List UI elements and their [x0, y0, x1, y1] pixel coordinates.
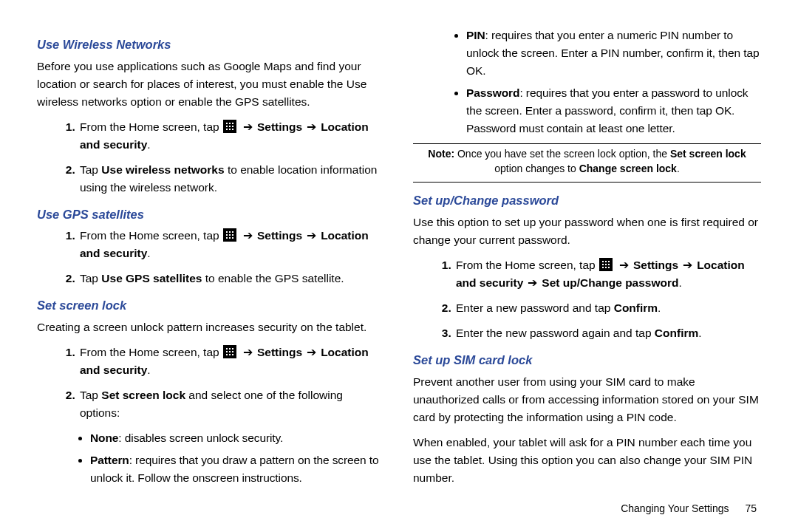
heading-use-wireless: Use Wireless Networks [37, 35, 385, 55]
divider [413, 182, 761, 183]
option-pattern: Pattern: requires that you draw a patter… [90, 451, 385, 487]
divider [413, 143, 761, 144]
page-footer: Changing Your Settings 75 [621, 501, 757, 517]
arrow-icon: ➔ [307, 118, 316, 136]
arrow-icon: ➔ [307, 227, 316, 245]
option-none: None: disables screen unlock security. [90, 429, 385, 447]
arrow-icon: ➔ [243, 344, 253, 361]
page-number: 75 [745, 502, 757, 514]
intro-set-screen-lock: Creating a screen unlock pattern increas… [37, 318, 385, 336]
apps-grid-icon [223, 345, 236, 358]
note-screen-lock: Note: Once you have set the screen lock … [413, 147, 761, 176]
right-column: PIN: requires that you enter a numeric P… [413, 27, 761, 494]
step-2: Tap Use wireless networks to enable loca… [78, 161, 385, 197]
intro-change-password: Use this option to set up your password … [413, 214, 761, 249]
arrow-icon: ➔ [243, 227, 253, 245]
steps-set-screen-lock: From the Home screen, tap ➔Settings➔Loca… [37, 344, 385, 422]
sim-lock-p1: Prevent another user from using your SIM… [413, 373, 761, 426]
left-column: Use Wireless Networks Before you use app… [37, 27, 385, 494]
step-1: From the Home screen, tap ➔Settings➔Loca… [78, 344, 385, 379]
option-pin: PIN: requires that you enter a numeric P… [466, 27, 761, 80]
step-2: Tap Use GPS satellites to enable the GPS… [78, 270, 385, 287]
step-3: Enter the new password again and tap Con… [454, 324, 761, 342]
arrow-icon: ➔ [243, 118, 253, 136]
steps-use-gps: From the Home screen, tap ➔Settings➔Loca… [37, 227, 385, 287]
option-password: Password: requires that you enter a pass… [466, 84, 761, 137]
step-2: Enter a new password and tap Confirm. [454, 299, 761, 317]
steps-use-wireless: From the Home screen, tap ➔Settings➔Loca… [37, 118, 385, 197]
heading-use-gps: Use GPS satellites [37, 205, 385, 225]
apps-grid-icon [599, 258, 613, 271]
heading-change-password: Set up/Change password [413, 191, 761, 211]
arrow-icon: ➔ [528, 274, 537, 292]
apps-grid-icon [223, 120, 236, 133]
intro-use-wireless: Before you use applications such as Goog… [37, 58, 385, 111]
heading-set-screen-lock: Set screen lock [37, 296, 385, 316]
sim-lock-p2: When enabled, your tablet will ask for a… [413, 434, 761, 487]
step-1: From the Home screen, tap ➔Settings➔Loca… [454, 256, 761, 292]
apps-grid-icon [223, 228, 236, 242]
heading-sim-lock: Set up SIM card lock [413, 351, 761, 370]
footer-title: Changing Your Settings [621, 502, 729, 514]
screen-lock-options-left: None: disables screen unlock security. P… [37, 429, 385, 487]
step-1: From the Home screen, tap ➔Settings➔Loca… [78, 118, 385, 154]
arrow-icon: ➔ [307, 344, 316, 361]
step-2: Tap Set screen lock and select one of th… [78, 386, 385, 422]
arrow-icon: ➔ [619, 256, 629, 274]
screen-lock-options-right: PIN: requires that you enter a numeric P… [413, 27, 761, 137]
step-1: From the Home screen, tap ➔Settings➔Loca… [78, 227, 385, 262]
steps-change-password: From the Home screen, tap ➔Settings➔Loca… [413, 256, 761, 342]
arrow-icon: ➔ [683, 256, 692, 274]
